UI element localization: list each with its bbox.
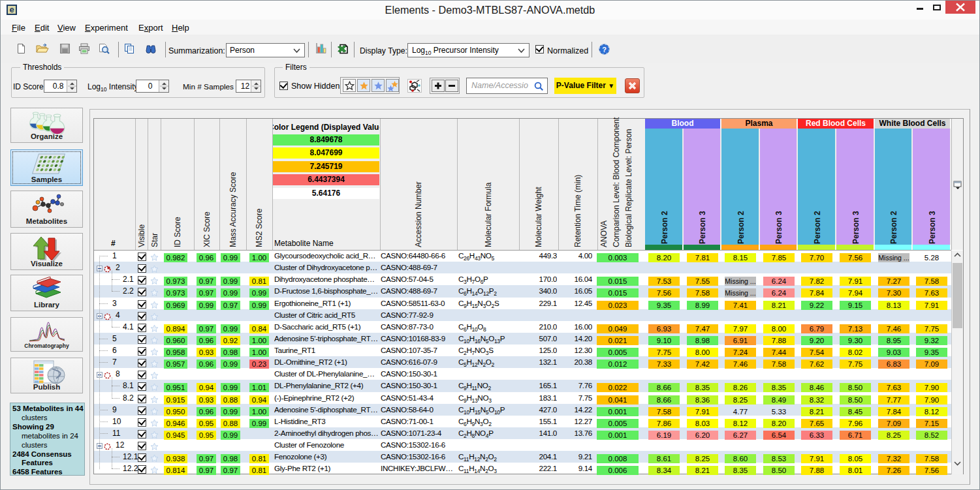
svg-text:?: ?: [602, 46, 607, 54]
